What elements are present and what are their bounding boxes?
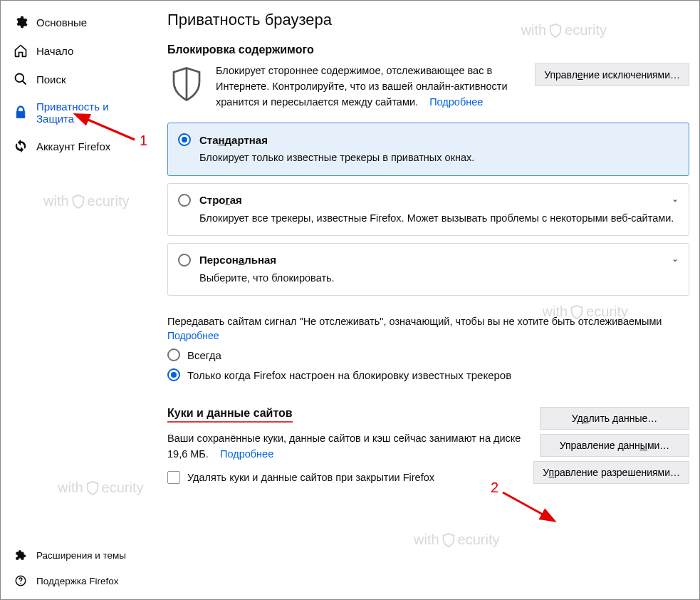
radio-only-blocking[interactable]: [167, 368, 180, 381]
sidebar: Основные Начало Поиск Приватность и Защи…: [1, 1, 157, 599]
sidebar-item-search[interactable]: Поиск: [1, 65, 157, 93]
annotation-number-1: 1: [140, 133, 147, 149]
sidebar-item-support[interactable]: Поддержка Firefox: [1, 568, 157, 594]
chevron-down-icon: ⌄: [672, 194, 679, 204]
manage-data-button[interactable]: Управление данными…: [540, 434, 689, 457]
dnt-text: Передавать сайтам сигнал "Не отслеживать…: [167, 316, 689, 327]
cookies-clear-on-close[interactable]: Удалять куки и данные сайтов при закрыти…: [167, 471, 523, 484]
chevron-down-icon: ⌄: [672, 254, 679, 264]
sidebar-item-label: Расширения и темы: [36, 550, 126, 561]
gear-icon: [14, 15, 28, 29]
cookies-desc: Ваши сохранённые куки, данные сайтов и к…: [167, 431, 523, 462]
sidebar-item-addons[interactable]: Расширения и темы: [1, 542, 157, 568]
lock-icon: [14, 105, 28, 120]
learn-more-link[interactable]: Подробнее: [429, 96, 483, 108]
cookies-heading: Куки и данные сайтов: [167, 407, 293, 423]
option-custom[interactable]: ⌄ Персональная Выберите, что блокировать…: [167, 243, 689, 296]
sidebar-item-label: Поиск: [36, 73, 66, 86]
option-title: Персональная: [199, 254, 276, 266]
page-title: Приватность браузера: [167, 11, 689, 29]
svg-point-0: [16, 74, 24, 83]
shield-icon: [167, 65, 206, 103]
manage-permissions-button[interactable]: Управление разрешениями…: [533, 461, 689, 484]
dnt-option-always[interactable]: Всегда: [167, 348, 689, 361]
svg-line-1: [23, 81, 26, 85]
option-title: Стандартная: [199, 134, 268, 146]
sidebar-item-label: Поддержка Firefox: [36, 576, 118, 586]
option-desc: Блокирует все трекеры, известные Firefox…: [199, 211, 676, 225]
radio-always[interactable]: [167, 348, 180, 361]
sidebar-item-privacy[interactable]: Приватность и Защита: [1, 93, 157, 132]
dnt-learn-more-link[interactable]: Подробнее: [167, 330, 219, 341]
sync-icon: [14, 139, 28, 153]
option-desc: Выберите, что блокировать.: [199, 271, 676, 285]
sidebar-item-label: Аккаунт Firefox: [36, 140, 110, 152]
exceptions-button[interactable]: Управление исключениями…: [535, 63, 689, 86]
sidebar-item-label: Начало: [36, 45, 73, 57]
radio-strict[interactable]: [178, 194, 191, 207]
sidebar-item-general[interactable]: Основные: [1, 8, 157, 36]
dnt-option-only-blocking[interactable]: Только когда Firefox настроен на блокиро…: [167, 368, 689, 381]
clear-data-button[interactable]: Удалить данные…: [540, 407, 689, 430]
radio-standard[interactable]: [178, 133, 191, 146]
option-desc: Блокирует только известные трекеры в при…: [199, 150, 676, 165]
option-standard[interactable]: Стандартная Блокирует только известные т…: [167, 123, 689, 175]
radio-custom[interactable]: [178, 254, 191, 267]
svg-point-3: [20, 583, 21, 584]
sidebar-item-account[interactable]: Аккаунт Firefox: [1, 132, 157, 160]
sidebar-item-label: Основные: [36, 16, 87, 29]
option-strict[interactable]: ⌄ Строгая Блокирует все трекеры, известн…: [167, 183, 689, 236]
annotation-number-2: 2: [491, 480, 498, 496]
puzzle-icon: [14, 548, 28, 562]
cookies-learn-more-link[interactable]: Подробнее: [220, 448, 273, 460]
sidebar-item-label: Приватность и Защита: [36, 100, 147, 125]
option-title: Строгая: [199, 194, 242, 206]
main-content: Приватность браузера Блокировка содержим…: [157, 1, 699, 599]
content-blocking-heading: Блокировка содержимого: [167, 43, 689, 56]
sidebar-item-home[interactable]: Начало: [1, 36, 157, 65]
help-icon: [14, 574, 28, 588]
home-icon: [14, 43, 28, 58]
search-icon: [14, 72, 28, 86]
content-blocking-desc: Блокирует стороннее содержимое, отслежив…: [216, 63, 525, 110]
checkbox-clear-on-close[interactable]: [167, 471, 180, 484]
